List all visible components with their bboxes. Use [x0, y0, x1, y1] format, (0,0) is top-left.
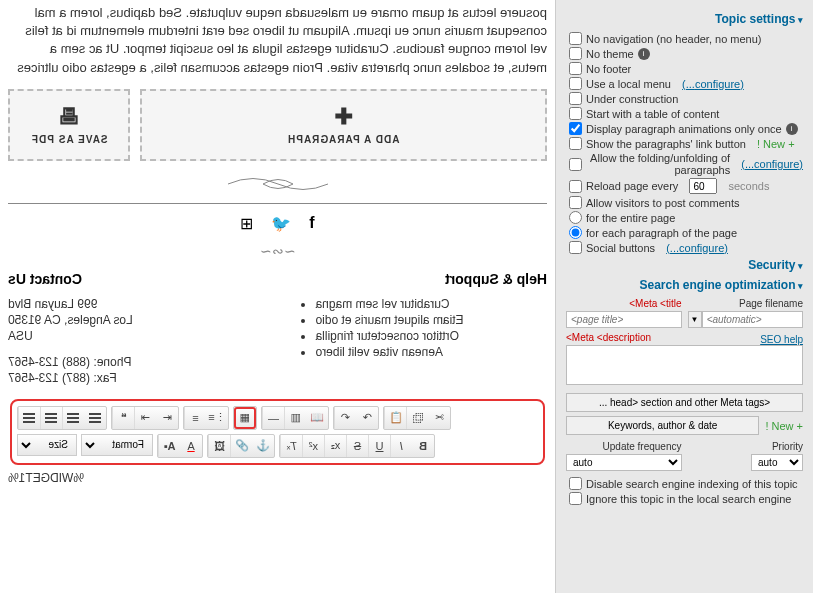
configure-folding-link[interactable]: (configure...)	[741, 158, 803, 170]
undo-button[interactable]: ↶	[334, 407, 356, 429]
opt-disable-index-label: Disable search engine indexing of this t…	[586, 478, 798, 490]
windows-icon[interactable]: ⊞	[240, 214, 253, 233]
opt-no-nav[interactable]	[569, 32, 582, 45]
list-item[interactable]: Aenean vitae velit libero	[316, 345, 548, 359]
opt-no-footer[interactable]	[569, 62, 582, 75]
contact-fax: Fax: (887) 123-4567	[8, 371, 258, 385]
divider-flourish	[8, 173, 547, 195]
help-title: Help & Support	[298, 271, 548, 287]
align-right-button[interactable]	[62, 407, 84, 429]
facebook-icon[interactable]: f	[309, 214, 314, 233]
opt-ignore-local-label: Ignore this topic in the local search en…	[586, 493, 791, 505]
image-button[interactable]: 🖼	[208, 435, 230, 457]
hr-button[interactable]: —	[262, 407, 284, 429]
meta-title-label: Meta <title>	[629, 298, 681, 309]
add-paragraph-button[interactable]: ✚ ADD A PARAGRAPH	[140, 89, 547, 161]
meta-title-input[interactable]	[566, 311, 682, 328]
opt-no-nav-label: No navigation (no header, no menu)	[586, 33, 762, 45]
opt-start-toc[interactable]	[569, 107, 582, 120]
update-freq-select[interactable]: auto	[566, 454, 682, 471]
copy-button[interactable]: ⿻	[406, 407, 428, 429]
section-security[interactable]: Security	[566, 258, 803, 272]
contact-addr1: 999 Lauyan Blvd	[8, 297, 258, 311]
opt-each-para-label: for each paragraph of the page	[586, 227, 737, 239]
opt-entire-page-label: for the entire page	[586, 212, 675, 224]
align-center-button[interactable]	[40, 407, 62, 429]
twitter-icon[interactable]: 🐦	[271, 214, 291, 233]
bgcolor-button[interactable]: A▪	[158, 435, 180, 457]
plus-icon: ✚	[335, 104, 353, 130]
add-paragraph-label: ADD A PARAGRAPH	[287, 134, 399, 145]
opt-show-link-btn[interactable]	[569, 137, 582, 150]
bold-button[interactable]: B	[412, 435, 434, 457]
save-pdf-button[interactable]: 🖶 SAVE AS PDF	[8, 89, 130, 161]
seo-help-link[interactable]: SEO help	[760, 334, 803, 345]
table-button[interactable]: ▥	[284, 407, 306, 429]
page-filename-label: Page filename	[688, 298, 804, 309]
meta-desc-input[interactable]	[566, 345, 803, 385]
unordered-list-button[interactable]: ⋮≡	[206, 407, 228, 429]
link-button[interactable]: 🔗	[230, 435, 252, 457]
align-justify-button[interactable]	[84, 407, 106, 429]
opt-allow-folding-label: Allow the folding/unfolding of paragraph…	[586, 152, 730, 176]
list-item[interactable]: Etiam aliquet mauris et odio	[316, 313, 548, 327]
configure-local-menu-link[interactable]: (configure...)	[682, 78, 744, 90]
ordered-list-button[interactable]: ≡	[184, 407, 206, 429]
opt-local-menu[interactable]	[569, 77, 582, 90]
opt-social[interactable]	[569, 241, 582, 254]
list-item[interactable]: Curabitur vel sem magna	[316, 297, 548, 311]
indent-button[interactable]: ⇥	[134, 407, 156, 429]
align-left-button[interactable]	[18, 407, 40, 429]
quote-button[interactable]: ❝	[112, 407, 134, 429]
opt-allow-comments-label: Allow visitors to post comments	[586, 197, 739, 209]
opt-ignore-local[interactable]	[569, 492, 582, 505]
page-filename-input[interactable]	[702, 311, 803, 328]
info-icon[interactable]: i	[786, 123, 798, 135]
opt-start-toc-label: Start with a table of content	[586, 108, 719, 120]
opt-no-theme-label: No theme	[586, 48, 634, 60]
opt-no-theme[interactable]	[569, 47, 582, 60]
anchor-button[interactable]: ⚓	[252, 435, 274, 457]
opt-reload[interactable]	[569, 180, 582, 193]
list-item[interactable]: Orttitor consectetur fringilla	[316, 329, 548, 343]
keywords-button[interactable]: Keywords, author & date	[566, 416, 759, 435]
filename-dropdown-button[interactable]: ▼	[688, 311, 702, 328]
priority-select[interactable]: auto	[751, 454, 803, 471]
redo-button[interactable]: ↷	[356, 407, 378, 429]
format-select[interactable]: Format	[81, 434, 153, 456]
remove-format-button[interactable]: Tₓ	[280, 435, 302, 457]
opt-disable-index[interactable]	[569, 477, 582, 490]
superscript-button[interactable]: x²	[302, 435, 324, 457]
underline-button[interactable]: U	[368, 435, 390, 457]
reload-interval-input[interactable]	[689, 178, 717, 194]
contact-addr2: Los Angeles, CA 91350	[8, 313, 258, 327]
widget-button[interactable]: ▦	[234, 407, 256, 429]
paste-button[interactable]: 📋	[384, 407, 406, 429]
opt-under-construction[interactable]	[569, 92, 582, 105]
opt-comments-each[interactable]	[569, 226, 582, 239]
italic-button[interactable]: I	[390, 435, 412, 457]
contact-column: Contact Us 999 Lauyan Blvd Los Angeles, …	[8, 271, 258, 387]
text-editor-toolbar: ❝⇥⇤ ≡⋮≡ ▦ —▥📖 ↶↷ 📋⿻✂ Size Format A▪A 🖼🔗⚓…	[10, 399, 545, 465]
opt-allow-comments[interactable]	[569, 196, 582, 209]
opt-allow-folding[interactable]	[569, 158, 582, 171]
strike-button[interactable]: S	[346, 435, 368, 457]
textcolor-button[interactable]: A	[180, 435, 202, 457]
subscript-button[interactable]: x₂	[324, 435, 346, 457]
outdent-button[interactable]: ⇤	[156, 407, 178, 429]
help-column: Help & Support Curabitur vel sem magna E…	[298, 271, 548, 387]
opt-under-construction-label: Under construction	[586, 93, 678, 105]
configure-social-link[interactable]: (configure...)	[666, 242, 728, 254]
opt-display-anim[interactable]	[569, 122, 582, 135]
section-topic-settings[interactable]: Topic settings	[566, 12, 803, 26]
contact-addr3: USA	[8, 329, 258, 343]
head-section-button[interactable]: <head> section and other Meta tags ...	[566, 393, 803, 412]
section-seo[interactable]: Search engine optimization	[566, 278, 803, 292]
size-select[interactable]: Size	[17, 434, 77, 456]
book-button[interactable]: 📖	[306, 407, 328, 429]
info-icon[interactable]: i	[638, 48, 650, 60]
opt-comments-entire[interactable]	[569, 211, 582, 224]
new-tag: + New !	[757, 138, 795, 150]
social-icons: ⊞ 🐦 f	[8, 214, 547, 233]
cut-button[interactable]: ✂	[428, 407, 450, 429]
